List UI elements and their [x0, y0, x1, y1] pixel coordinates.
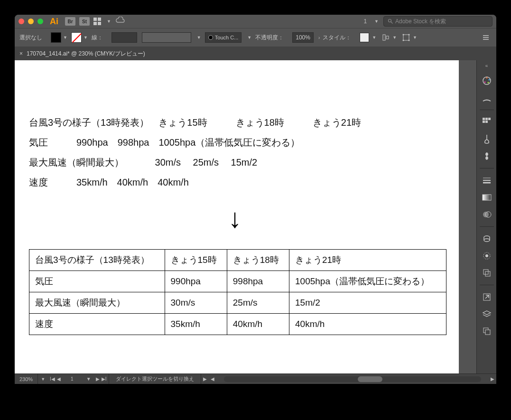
- svg-rect-29: [483, 195, 491, 200]
- close-window-button[interactable]: [19, 19, 24, 24]
- scroll-left-button[interactable]: ◀: [209, 376, 216, 382]
- chevron-down-icon[interactable]: ▼: [392, 35, 397, 40]
- svg-rect-23: [488, 118, 491, 120]
- stroke-panel-icon[interactable]: [481, 175, 492, 186]
- close-tab-button[interactable]: ×: [19, 50, 23, 57]
- sync-icon[interactable]: [115, 17, 125, 26]
- svg-rect-2: [93, 22, 97, 25]
- libraries-panel-icon[interactable]: [481, 233, 492, 244]
- chevron-down-icon[interactable]: ▼: [63, 35, 67, 40]
- svg-point-18: [488, 79, 490, 81]
- chevron-down-icon[interactable]: ▼: [84, 376, 94, 382]
- chevron-down-icon[interactable]: ▼: [107, 19, 111, 24]
- table-cell: 1005hpa（温帯低気圧に変わる）: [289, 271, 446, 292]
- horizontal-scrollbar[interactable]: [224, 374, 481, 384]
- table-cell: 速度: [29, 314, 165, 335]
- style-label: スタイル：: [323, 34, 351, 42]
- svg-line-5: [391, 22, 393, 24]
- search-placeholder: Adobe Stock を検索: [395, 18, 446, 26]
- svg-rect-8: [403, 35, 409, 40]
- graphic-style-swatch[interactable]: [360, 33, 369, 42]
- color-guide-panel-icon[interactable]: [481, 93, 492, 103]
- workspace-number[interactable]: 1: [361, 17, 370, 26]
- maximize-window-button[interactable]: [37, 19, 43, 24]
- brushes-panel-icon[interactable]: [481, 134, 492, 144]
- scrollbar-thumb[interactable]: [358, 376, 382, 382]
- document-tab-title[interactable]: 170704_1414.ai* @ 230% (CMYK/プレビュー): [27, 50, 145, 58]
- appearance-panel-icon[interactable]: [481, 251, 492, 261]
- svg-point-12: [409, 40, 410, 41]
- transform-icon[interactable]: [402, 34, 410, 41]
- opacity-input[interactable]: 100%: [292, 32, 314, 43]
- table-cell: 30m/s: [165, 292, 227, 314]
- text-row: 最大風速（瞬間最大） 30m/s 25m/s 15m/2: [29, 152, 361, 172]
- table-cell: 台風3号の様子（13時発表）: [29, 250, 165, 271]
- arrow-down-icon: ↓: [228, 203, 242, 233]
- arrange-documents-icon[interactable]: [93, 18, 101, 25]
- svg-point-4: [389, 19, 391, 22]
- document-tab-strip: × 170704_1414.ai* @ 230% (CMYK/プレビュー): [15, 47, 496, 60]
- svg-point-11: [403, 40, 404, 41]
- last-artboard-button[interactable]: ▶I: [102, 376, 107, 382]
- brush-definition[interactable]: [142, 32, 191, 43]
- stroke-weight-input[interactable]: [111, 32, 137, 43]
- rail-separator: [480, 110, 494, 110]
- layers-panel-icon[interactable]: [481, 309, 492, 319]
- zoom-level[interactable]: 230%: [15, 374, 38, 384]
- text-row: 気圧 990hpa 998hpa 1005hpa（温帯低気圧に変わる）: [29, 132, 361, 152]
- chevron-down-icon[interactable]: ▼: [247, 35, 251, 40]
- bridge-badge[interactable]: Br: [65, 17, 75, 26]
- table-cell: きょう15時: [165, 250, 227, 271]
- stroke-label: 線：: [92, 34, 103, 42]
- color-panel-icon[interactable]: [481, 75, 492, 86]
- chevron-down-icon[interactable]: ▼: [38, 377, 48, 382]
- stroke-swatch-none[interactable]: [71, 32, 82, 43]
- table-cell: 15m/2: [289, 292, 446, 314]
- chevron-down-icon[interactable]: ▼: [84, 35, 88, 40]
- svg-point-17: [486, 77, 487, 79]
- svg-rect-34: [483, 270, 488, 274]
- minimize-window-button[interactable]: [28, 19, 34, 24]
- text-row: 速度 35km/h 40km/h 40km/h: [29, 172, 361, 192]
- svg-rect-25: [485, 121, 488, 123]
- right-panel-rail: «: [476, 60, 496, 373]
- symbols-panel-icon[interactable]: [481, 151, 492, 161]
- stock-search-input[interactable]: Adobe Stock を検索: [383, 16, 492, 27]
- tool-hint: ダイレクト選択ツールを切り換え: [109, 374, 201, 384]
- prev-artboard-button[interactable]: ◀: [57, 376, 61, 382]
- chevron-down-icon[interactable]: ▼: [372, 35, 376, 40]
- table-cell: きょう21時: [289, 250, 446, 271]
- canvas-area[interactable]: 台風3号の様子（13時発表） きょう15時 きょう18時 きょう21時 気圧 9…: [15, 60, 476, 373]
- artboard-number-input[interactable]: 1: [63, 376, 82, 382]
- next-artboard-button[interactable]: ▶: [96, 376, 100, 382]
- text-row: 台風3号の様子（13時発表） きょう15時 きょう18時 きょう21時: [29, 112, 361, 132]
- first-artboard-button[interactable]: I◀: [50, 376, 55, 382]
- table-cell: きょう18時: [227, 250, 289, 271]
- rail-separator: [480, 168, 494, 168]
- swatches-panel-icon[interactable]: [481, 117, 492, 127]
- control-bar: 選択なし ▼ ▼ 線： ▼ Touch C... ▼ 不透明度： 100% › …: [15, 28, 496, 47]
- gradient-panel-icon[interactable]: [481, 192, 492, 203]
- table-cell: 25m/s: [227, 292, 289, 314]
- scroll-left-button[interactable]: ▶: [201, 376, 209, 382]
- links-panel-icon[interactable]: [481, 326, 492, 336]
- transparency-panel-icon[interactable]: [481, 209, 492, 220]
- artboard: 台風3号の様子（13時発表） きょう15時 きょう18時 きょう21時 気圧 9…: [15, 60, 459, 373]
- asset-export-panel-icon[interactable]: [481, 292, 492, 302]
- collapse-panels-icon[interactable]: «: [477, 63, 496, 69]
- align-icon[interactable]: [382, 34, 390, 41]
- table-row: 速度 35km/h 40km/h 40km/h: [29, 314, 446, 335]
- chevron-down-icon[interactable]: ▼: [374, 19, 379, 24]
- artboards-panel-icon[interactable]: [481, 268, 492, 278]
- scroll-right-button[interactable]: ▶: [489, 376, 496, 382]
- fill-swatch[interactable]: [51, 32, 61, 43]
- variable-width-profile[interactable]: Touch C...: [205, 32, 242, 43]
- chevron-down-icon[interactable]: ▼: [413, 35, 417, 40]
- panel-menu-icon[interactable]: [482, 34, 490, 41]
- stock-badge[interactable]: St: [79, 17, 90, 26]
- chevron-right-icon[interactable]: ›: [318, 35, 320, 40]
- app-window: Ai Br St ▼ 1 ▼ Adobe Stock を検索 選択なし ▼ ▼ …: [15, 15, 496, 384]
- table-cell: 気圧: [29, 271, 165, 292]
- chevron-down-icon[interactable]: ▼: [197, 35, 201, 40]
- rail-separator: [480, 285, 494, 285]
